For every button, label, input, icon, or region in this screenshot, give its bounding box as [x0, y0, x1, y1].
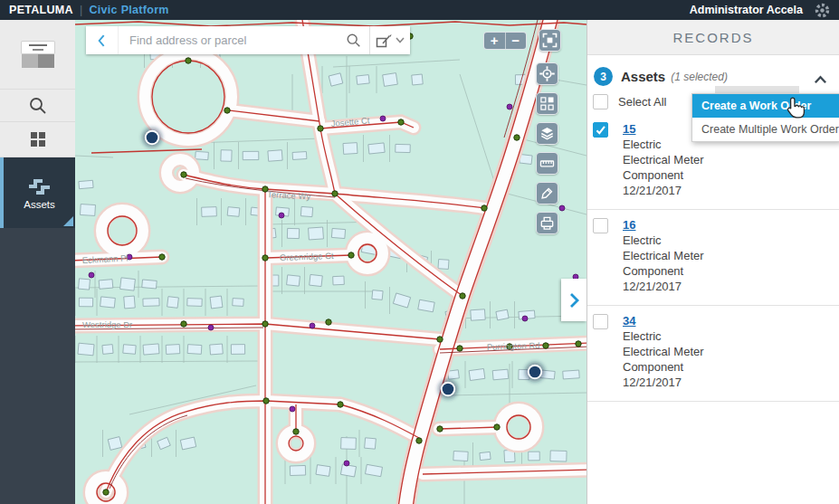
sidebar-item-search[interactable]: [0, 90, 75, 122]
print-icon: [539, 214, 556, 232]
asset-checkbox[interactable]: [593, 122, 608, 138]
chevron-right-icon: [567, 291, 581, 309]
top-bar: PETALUMA|Civic Platform Administrator Ac…: [0, 0, 839, 20]
basemap-gallery-button[interactable]: [536, 92, 558, 115]
asset-id-link[interactable]: 15: [623, 121, 635, 137]
sidebar-item-assets-label: Assets: [24, 199, 55, 210]
search-input[interactable]: [119, 33, 338, 47]
left-sidebar: Assets: [0, 20, 75, 504]
asset-date: 12/21/2017: [623, 279, 704, 294]
map-canvas: Josette Ct Terrace Wy Greenridge Ct Eckm…: [75, 20, 586, 504]
search-icon: [28, 96, 48, 116]
asset-list: 15 Electric Electrical Meter Component 1…: [587, 114, 839, 402]
asset-list-item: 16 Electric Electrical Meter Component 1…: [587, 210, 839, 306]
menu-item-create-multiple-work-orders[interactable]: Create Multiple Work Orders: [692, 118, 839, 141]
asset-category: Component: [623, 263, 704, 279]
asset-date: 12/21/2017: [623, 375, 704, 390]
locate-button[interactable]: [536, 62, 558, 85]
asset-type: Electric: [623, 233, 704, 248]
asset-checkbox[interactable]: [593, 314, 608, 329]
pencil-icon: [539, 185, 556, 202]
locate-target-icon: [539, 65, 556, 82]
search-icon: [346, 33, 362, 49]
select-all-label: Select All: [618, 95, 666, 109]
map-search-button[interactable]: [338, 33, 369, 49]
menu-item-create-work-order[interactable]: Create a Work Order: [692, 94, 839, 118]
extent-button[interactable]: [539, 29, 561, 52]
street-label: Westridge Dr: [82, 319, 132, 329]
sidebar-filler: [0, 228, 75, 504]
asset-id-link[interactable]: 16: [623, 217, 635, 233]
product-name: Civic Platform: [89, 4, 168, 16]
user-name[interactable]: Administrator Accela: [690, 4, 803, 16]
asset-subtype: Electrical Meter: [623, 248, 704, 263]
app-root: PETALUMA|Civic Platform Administrator Ac…: [0, 0, 839, 504]
select-by-shape-icon: [376, 33, 393, 49]
breadcrumb: PETALUMA|Civic Platform: [9, 4, 169, 16]
street-label: Purrington Rd: [487, 340, 540, 352]
draw-select-button[interactable]: [370, 26, 410, 54]
zoom-controls: + −: [483, 32, 527, 50]
map-search-bar: [86, 26, 410, 54]
asset-list-item: 34 Electric Electrical Meter Component 1…: [587, 306, 839, 402]
collapse-search-button[interactable]: [86, 26, 119, 54]
extent-icon: [541, 32, 558, 49]
actions-dropdown-menu: Create a Work Order Create Multiple Work…: [691, 93, 839, 142]
asset-type: Electric: [623, 328, 704, 344]
layers-icon: [539, 125, 556, 142]
collapse-section-icon[interactable]: [814, 71, 827, 88]
records-title: RECORDS: [672, 30, 753, 45]
assets-section-header: 3 Assets (1 selected): [587, 55, 839, 86]
records-panel: RECORDS 3 Assets (1 selected) Select All…: [586, 20, 839, 504]
print-button[interactable]: [536, 212, 558, 234]
assets-pipe-icon: [27, 176, 52, 195]
basemap-gallery-icon: [539, 95, 556, 112]
measure-ruler-icon: [539, 155, 556, 172]
asset-subtype: Electrical Meter: [623, 152, 704, 167]
sidebar-item-apps[interactable]: [0, 122, 75, 157]
brand-name: PETALUMA: [9, 4, 73, 16]
street-label: Greenridge Ct: [280, 251, 334, 262]
asset-subtype: Electrical Meter: [623, 344, 704, 359]
section-title: Assets: [621, 69, 665, 84]
layers-button[interactable]: [536, 122, 558, 145]
asset-id-link[interactable]: 34: [623, 313, 635, 328]
selection-note: (1 selected): [671, 71, 728, 83]
grid-icon: [30, 131, 46, 147]
settings-gear-icon[interactable]: [815, 3, 830, 18]
asset-category: Component: [623, 167, 704, 183]
measure-button[interactable]: [536, 152, 558, 175]
chevron-left-icon: [93, 32, 111, 50]
sidebar-item-basemap[interactable]: [0, 20, 75, 90]
basemap-icon: [22, 42, 54, 68]
sidebar-item-assets[interactable]: Assets: [0, 157, 75, 228]
records-panel-header: RECORDS: [587, 20, 839, 55]
asset-category: Component: [623, 359, 704, 375]
zoom-in-button[interactable]: +: [484, 33, 505, 49]
asset-date: 12/21/2017: [623, 183, 704, 198]
check-icon: [595, 124, 606, 136]
zoom-out-button[interactable]: −: [506, 33, 527, 49]
draw-pencil-button[interactable]: [536, 182, 558, 204]
asset-checkbox[interactable]: [593, 218, 608, 233]
map-area[interactable]: Josette Ct Terrace Wy Greenridge Ct Eckm…: [75, 20, 586, 504]
chevron-down-icon: [396, 37, 405, 43]
count-badge: 3: [594, 67, 613, 86]
panel-expand-tab[interactable]: [561, 279, 586, 321]
select-all-checkbox[interactable]: [593, 94, 608, 109]
